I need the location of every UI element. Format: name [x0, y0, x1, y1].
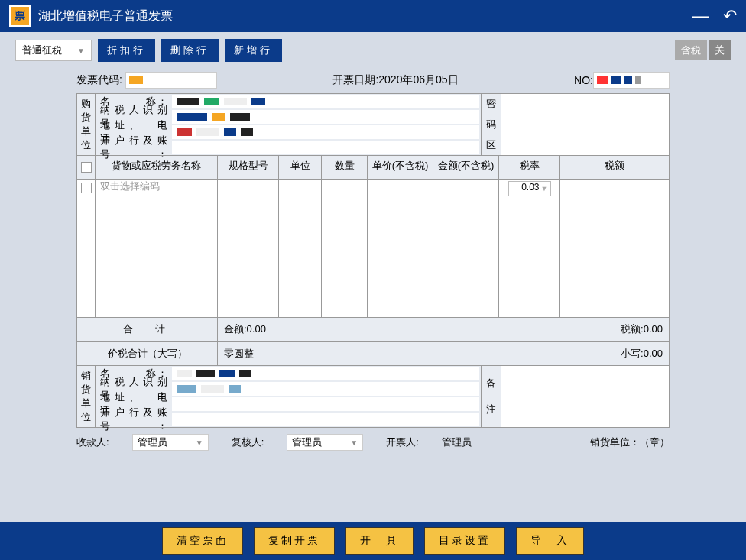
- chevron-down-icon: ▼: [77, 47, 85, 55]
- seller-taxid-field[interactable]: [172, 382, 479, 396]
- buyer-name-field[interactable]: [172, 95, 479, 108]
- delete-row-button[interactable]: 删除行: [161, 39, 219, 62]
- window-title: 湖北增值税电子普通发票: [38, 8, 173, 24]
- item-name-cell[interactable]: 双击选择编码: [96, 180, 217, 193]
- header-checkbox[interactable]: [81, 162, 92, 173]
- lower-total: 小写:0.00: [621, 347, 663, 361]
- copy-issue-button[interactable]: 复制开票: [254, 527, 335, 555]
- invoice-no-field[interactable]: [593, 72, 670, 89]
- back-icon[interactable]: ↶: [723, 6, 737, 26]
- import-button[interactable]: 导 入: [516, 527, 584, 555]
- password-side-label: 密码区: [481, 94, 501, 155]
- cn-total-label: 价税合计（大写）: [77, 342, 218, 365]
- col-qty: 数量: [322, 156, 368, 179]
- chevron-down-icon: ▼: [541, 185, 548, 193]
- clear-button[interactable]: 清空票面: [162, 527, 243, 555]
- unit-cell[interactable]: [279, 180, 322, 317]
- issue-button[interactable]: 开 具: [345, 527, 414, 555]
- app-logo-icon: 票: [9, 5, 31, 27]
- tax-mode-select[interactable]: 普通征税 ▼: [15, 40, 92, 61]
- tax-mode-value: 普通征税: [22, 44, 62, 57]
- cn-total-value: 零圆整: [224, 347, 254, 361]
- spec-cell[interactable]: [218, 180, 279, 317]
- drawer-value: 管理员: [442, 435, 472, 449]
- toolbar: 普通征税 ▼ 折扣行 删除行 新增行 含税 关: [0, 32, 746, 69]
- seller-addr-field[interactable]: [172, 397, 479, 411]
- close-button[interactable]: 关: [709, 40, 731, 60]
- amount-total: 金额:0.00: [224, 322, 266, 336]
- sum-label: 合 计: [77, 318, 218, 341]
- totals-row: 合 计 金额:0.00 税额:0.00: [77, 317, 669, 342]
- payee-select[interactable]: 管理员▼: [132, 434, 209, 451]
- col-tax: 税额: [560, 156, 669, 179]
- reviewer-label: 复核人:: [232, 435, 264, 449]
- reviewer-select[interactable]: 管理员▼: [287, 434, 363, 451]
- cn-total-row: 价税合计（大写） 零圆整 小写:0.00: [77, 342, 669, 366]
- titlebar: 票 湖北增值税电子普通发票 — ↶: [0, 0, 746, 32]
- invoice-no-label: NO:: [574, 74, 593, 86]
- invoice-code-field[interactable]: [125, 72, 217, 89]
- add-row-button[interactable]: 新增行: [225, 39, 282, 62]
- col-unit: 单位: [279, 156, 322, 179]
- payee-label: 收款人:: [76, 435, 109, 449]
- chevron-down-icon: ▼: [350, 439, 358, 447]
- col-amount: 金额(不含税): [433, 156, 499, 179]
- invoice-date-value: 2020年06月05日: [378, 73, 458, 87]
- remark-area[interactable]: [501, 366, 669, 427]
- discount-row-button[interactable]: 折扣行: [98, 39, 155, 62]
- row-checkbox[interactable]: [81, 183, 92, 193]
- tax-total: 税额:0.00: [621, 322, 663, 336]
- items-grid-body: 双击选择编码 0.03 ▼: [77, 180, 669, 317]
- buyer-taxid-field[interactable]: [172, 110, 479, 124]
- catalog-button[interactable]: 目录设置: [424, 527, 505, 555]
- seller-section: 销货单位 名 称： 纳税人识别号： 地址、 电话： 开户行及账号： 备注: [77, 366, 669, 427]
- stamp-label: 销货单位：（章）: [590, 435, 670, 449]
- invoice-code-label: 发票代码:: [76, 73, 122, 87]
- buyer-side-label: 购货单位: [77, 94, 96, 155]
- items-grid-header: 货物或应税劳务名称 规格型号 单位 数量 单价(不含税) 金额(不含税) 税率 …: [77, 156, 669, 180]
- drawer-label: 开票人:: [386, 435, 419, 449]
- buyer-section: 购货单位 名 称： 纳税人识别号： 地址、 电话： 开户行及账号： 密码区: [77, 94, 669, 156]
- amount-cell[interactable]: [433, 180, 499, 317]
- password-area: [501, 94, 669, 155]
- col-rate: 税率: [499, 156, 560, 179]
- seller-bank-label: 开户行及账号：: [96, 406, 172, 433]
- price-cell[interactable]: [368, 180, 433, 317]
- tax-rate-select[interactable]: 0.03 ▼: [508, 181, 551, 196]
- invoice-date-label: 开票日期:: [332, 73, 378, 87]
- qty-cell[interactable]: [322, 180, 368, 317]
- seller-name-field[interactable]: [172, 367, 479, 380]
- col-price: 单价(不含税): [368, 156, 433, 179]
- chevron-down-icon: ▼: [196, 439, 203, 447]
- minimize-icon[interactable]: —: [692, 6, 709, 26]
- seller-bank-field[interactable]: [172, 413, 479, 426]
- buyer-addr-field[interactable]: [172, 125, 479, 139]
- bottom-action-bar: 清空票面 复制开票 开 具 目录设置 导 入: [0, 522, 746, 560]
- invoice-frame: 购货单位 名 称： 纳税人识别号： 地址、 电话： 开户行及账号： 密码区 货物…: [76, 93, 670, 428]
- seller-side-label: 销货单位: [77, 366, 96, 427]
- col-spec: 规格型号: [218, 156, 279, 179]
- buyer-bank-field[interactable]: [172, 141, 479, 154]
- tax-rate-value: 0.03: [521, 182, 539, 193]
- invoice-meta-row: 发票代码: 开票日期: 2020年06月05日 NO:: [0, 69, 746, 93]
- col-item-name: 货物或应税劳务名称: [96, 156, 218, 179]
- tax-inclusive-toggle[interactable]: 含税: [675, 40, 707, 60]
- tax-cell[interactable]: [560, 180, 669, 317]
- remark-side-label: 备注: [481, 366, 501, 427]
